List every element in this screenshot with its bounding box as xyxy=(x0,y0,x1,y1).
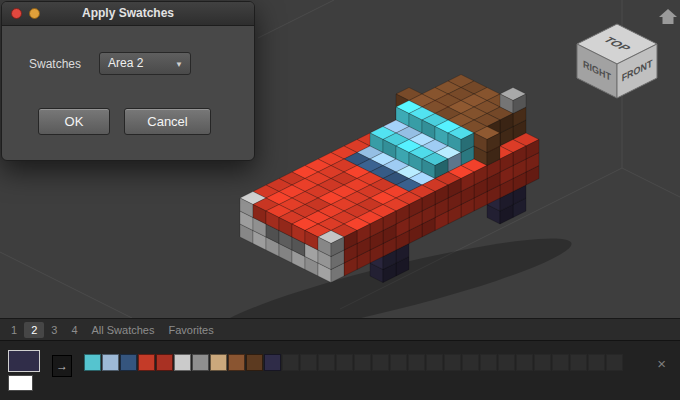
swatch-empty-slot[interactable] xyxy=(588,354,605,371)
swatch-empty-slot[interactable] xyxy=(390,354,407,371)
swatch-empty-slot[interactable] xyxy=(318,354,335,371)
swatch-tab-bar: 1234All SwatchesFavorites xyxy=(0,318,680,340)
close-button[interactable] xyxy=(11,8,22,19)
swatch-empty-slot[interactable] xyxy=(282,354,299,371)
tab-3[interactable]: 3 xyxy=(44,321,64,339)
swatch-9[interactable] xyxy=(228,354,245,371)
apply-color-arrow-button[interactable]: → xyxy=(52,355,72,377)
dropdown-value: Area 2 xyxy=(108,56,143,70)
swatch-6[interactable] xyxy=(174,354,191,371)
swatch-area-dropdown[interactable]: Area 2 ▼ xyxy=(99,52,191,75)
dialog-titlebar[interactable]: Apply Swatches xyxy=(2,2,254,26)
swatch-empty-slot[interactable] xyxy=(426,354,443,371)
orientation-cube[interactable]: TOP RIGHT FRONT xyxy=(577,24,657,98)
swatch-5[interactable] xyxy=(156,354,173,371)
swatch-empty-slot[interactable] xyxy=(462,354,479,371)
foreground-color-well[interactable] xyxy=(8,350,40,372)
tab-favorites[interactable]: Favorites xyxy=(161,321,220,339)
swatch-empty-slot[interactable] xyxy=(372,354,389,371)
swatch-8[interactable] xyxy=(210,354,227,371)
tab-2[interactable]: 2 xyxy=(24,322,44,338)
swatch-empty-slot[interactable] xyxy=(552,354,569,371)
qubicle-workspace: TOP RIGHT FRONT 1234All SwatchesFavorite… xyxy=(0,0,680,400)
swatch-empty-slot[interactable] xyxy=(408,354,425,371)
swatch-7[interactable] xyxy=(192,354,209,371)
swatch-empty-slot[interactable] xyxy=(354,354,371,371)
chevron-down-icon: ▼ xyxy=(175,54,183,75)
swatch-empty-slot[interactable] xyxy=(516,354,533,371)
swatch-empty-slot[interactable] xyxy=(570,354,587,371)
swatch-empty-slot[interactable] xyxy=(336,354,353,371)
home-icon[interactable] xyxy=(659,9,677,24)
swatch-empty-slot[interactable] xyxy=(300,354,317,371)
swatch-empty-slot[interactable] xyxy=(498,354,515,371)
minimize-button[interactable] xyxy=(29,8,40,19)
tab-all-swatches[interactable]: All Swatches xyxy=(85,321,162,339)
swatch-strip xyxy=(84,354,624,371)
swatch-3[interactable] xyxy=(120,354,137,371)
swatch-2[interactable] xyxy=(102,354,119,371)
swatch-empty-slot[interactable] xyxy=(534,354,551,371)
swatch-11[interactable] xyxy=(264,354,281,371)
swatch-4[interactable] xyxy=(138,354,155,371)
ok-button[interactable]: OK xyxy=(38,108,110,135)
background-color-well[interactable] xyxy=(8,375,33,391)
swatch-empty-slot[interactable] xyxy=(606,354,623,371)
swatch-empty-slot[interactable] xyxy=(480,354,497,371)
swatch-empty-slot[interactable] xyxy=(444,354,461,371)
cancel-button[interactable]: Cancel xyxy=(124,108,211,135)
swatch-1[interactable] xyxy=(84,354,101,371)
palette-bar: → × xyxy=(0,340,680,400)
swatches-label: Swatches xyxy=(29,57,81,71)
apply-swatches-dialog: Apply Swatches Swatches Area 2 ▼ OK Canc… xyxy=(1,1,255,161)
tab-4[interactable]: 4 xyxy=(64,321,84,339)
tab-1[interactable]: 1 xyxy=(4,321,24,339)
clear-swatch-button[interactable]: × xyxy=(657,356,666,371)
swatch-10[interactable] xyxy=(246,354,263,371)
